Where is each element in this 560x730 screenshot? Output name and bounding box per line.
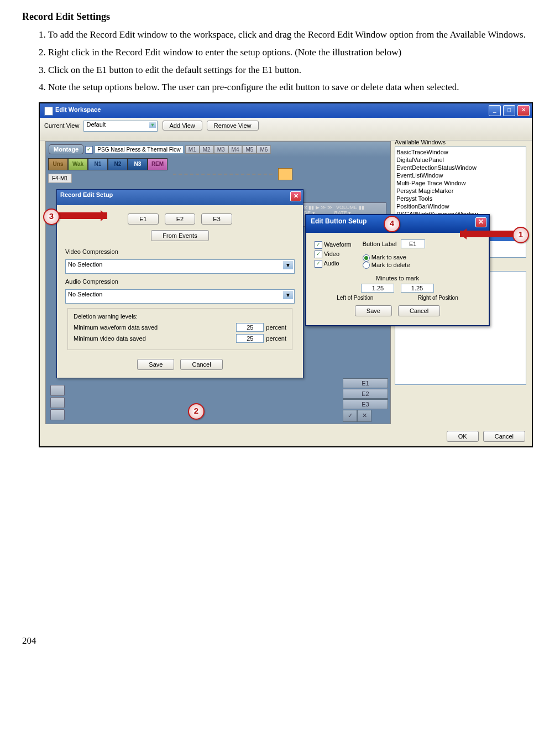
min-wave-input[interactable]: 25: [236, 323, 264, 332]
stage-uns[interactable]: Uns: [48, 158, 68, 170]
deletion-warning-group: Deletion warning levels: Minimum wavefor…: [67, 308, 292, 350]
close-button[interactable]: ✕: [517, 105, 530, 116]
audio-label: Audio: [323, 260, 339, 267]
step-4: 4. Note the setup options below. The use…: [39, 81, 538, 94]
percent-label: percent: [266, 324, 286, 331]
video-check[interactable]: ✓: [315, 251, 322, 258]
audio-check[interactable]: ✓: [315, 260, 322, 268]
list-item[interactable]: Persyst Tools: [396, 195, 525, 202]
step-3: 3. Click on the E1 button to edit the de…: [39, 64, 538, 77]
window-title: Edit Workspace: [55, 106, 101, 113]
mtab[interactable]: M3: [214, 145, 228, 154]
steps: 1. To add the Record Edit window to the …: [39, 28, 538, 94]
montage-name: PSG Nasal Press & Thermal Flow: [95, 145, 183, 154]
mtab[interactable]: M6: [257, 145, 271, 154]
e3-preview[interactable]: E3: [343, 399, 388, 409]
min-wave-label: Minimum waveform data saved: [74, 324, 158, 331]
montage-button[interactable]: Montage: [49, 144, 83, 154]
minutes-mark-label: Minutes to mark: [315, 275, 480, 281]
current-view-label: Current View: [44, 122, 79, 129]
cancel-button[interactable]: Cancel: [398, 305, 440, 316]
list-item[interactable]: PositionBarWindow: [396, 202, 525, 210]
add-view-button[interactable]: Add View: [163, 121, 202, 131]
edit-title: Edit Button Setup: [311, 217, 367, 225]
gear-icon[interactable]: [50, 409, 65, 420]
arrow-1: [460, 231, 515, 237]
right-minutes-input[interactable]: 1.25: [401, 284, 434, 293]
app-icon: [44, 107, 53, 116]
list-item[interactable]: Persyst MagicMarker: [396, 187, 525, 195]
mark-delete-radio[interactable]: [363, 262, 370, 269]
min-video-label: Minimum video data saved: [74, 335, 146, 342]
step-1: 1. To add the Record Edit window to the …: [39, 28, 538, 41]
mark-save-label: Mark to save: [371, 254, 406, 260]
e2-preview[interactable]: E2: [343, 389, 388, 399]
save-button[interactable]: Save: [355, 305, 392, 316]
mtab[interactable]: M4: [228, 145, 243, 154]
left-pos-label: Left of Position: [337, 295, 373, 301]
check-icon[interactable]: ✓: [343, 410, 357, 422]
tool-icon[interactable]: [50, 397, 65, 408]
available-windows-label: Available Windows: [395, 139, 526, 145]
stage-n3[interactable]: N3: [128, 158, 148, 170]
arrow-3: [57, 212, 107, 219]
left-minutes-input[interactable]: 1.25: [361, 284, 394, 293]
waveform-label: Waveform: [324, 241, 352, 248]
maximize-button[interactable]: □: [503, 105, 515, 116]
icon-group[interactable]: [278, 168, 292, 180]
tool-icon[interactable]: [50, 385, 65, 396]
list-item[interactable]: EventDetectionStatusWindow: [396, 164, 525, 171]
from-events-button[interactable]: From Events: [151, 230, 208, 241]
e1-button[interactable]: E1: [128, 213, 158, 225]
mtab[interactable]: M2: [200, 145, 214, 154]
view-toolbar: Current View Default Add View Remove Vie…: [40, 118, 532, 140]
mtab[interactable]: M5: [242, 145, 257, 154]
callout-3: 3: [43, 208, 60, 225]
video-comp-label: Video Compression: [65, 248, 295, 255]
close-icon[interactable]: ✕: [290, 191, 301, 201]
dialog-footer: OK Cancel: [444, 431, 525, 442]
list-item[interactable]: DigitalValuePanel: [396, 156, 525, 164]
current-view-select[interactable]: Default: [83, 121, 158, 132]
screenshot: Edit Workspace _ □ ✕ Current View Defaul…: [39, 102, 533, 447]
e3-button[interactable]: E3: [201, 213, 232, 225]
remove-view-button[interactable]: Remove View: [207, 121, 259, 131]
e2-button[interactable]: E2: [165, 213, 195, 225]
min-video-input[interactable]: 25: [236, 334, 264, 343]
main-titlebar: Edit Workspace _ □ ✕: [40, 103, 532, 118]
list-item[interactable]: BasicTraceWindow: [396, 148, 525, 156]
save-button[interactable]: Save: [137, 359, 174, 370]
edit-buttons-panel: E1 E2 E3 ✓✕: [343, 378, 388, 422]
waveform-check[interactable]: ✓: [315, 241, 322, 249]
ok-button[interactable]: OK: [447, 431, 479, 442]
button-label-text: Button Label: [363, 241, 397, 247]
cancel-button[interactable]: Cancel: [180, 359, 222, 370]
stage-n2[interactable]: N2: [108, 158, 128, 170]
callout-4: 4: [384, 216, 400, 232]
stage-n1[interactable]: N1: [88, 158, 108, 170]
x-icon[interactable]: ✕: [357, 410, 371, 422]
dashline: [173, 174, 273, 175]
mark-save-radio[interactable]: [363, 254, 370, 262]
list-item[interactable]: EventListWindow: [396, 171, 525, 179]
mtab[interactable]: M1: [185, 145, 200, 154]
minimize-button[interactable]: _: [489, 105, 501, 116]
e1-preview[interactable]: E1: [343, 378, 388, 388]
close-icon[interactable]: ✕: [475, 217, 486, 227]
audio-comp-select[interactable]: No Selection: [65, 289, 295, 304]
cancel-button[interactable]: Cancel: [483, 431, 525, 442]
stage-rem[interactable]: REM: [148, 158, 168, 170]
rec-title: Record Edit Setup: [60, 191, 113, 198]
mark-delete-label: Mark to delete: [371, 262, 410, 268]
callout-1: 1: [512, 227, 529, 243]
callout-2: 2: [188, 403, 205, 420]
video-label: Video: [324, 251, 339, 257]
stage-wak[interactable]: Wak: [68, 158, 88, 170]
montage-check[interactable]: ✓: [85, 146, 93, 154]
button-label-input[interactable]: E1: [401, 239, 425, 248]
right-pos-label: Right of Position: [418, 295, 458, 301]
list-item[interactable]: Multi-Page Trace Window: [396, 179, 525, 187]
rec-titlebar: Record Edit Setup✕: [57, 190, 303, 205]
percent-label: percent: [266, 335, 286, 342]
video-comp-select[interactable]: No Selection: [65, 259, 295, 274]
